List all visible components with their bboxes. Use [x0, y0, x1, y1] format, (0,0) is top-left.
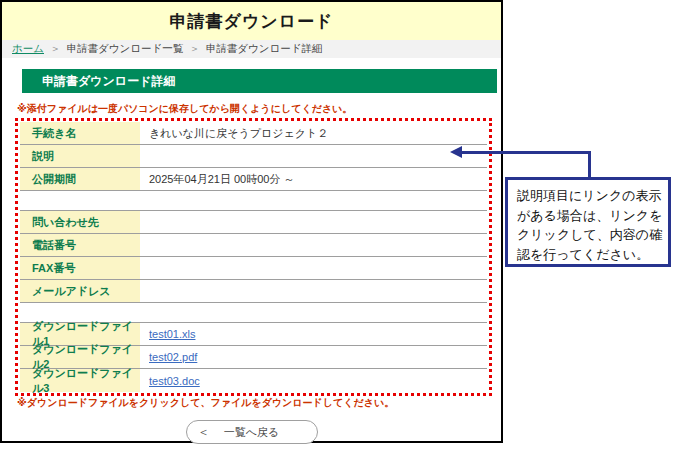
annotation-arrow-elbow: [588, 151, 591, 178]
breadcrumb-separator: ＞: [189, 42, 200, 56]
table-row: 電話番号: [20, 234, 487, 257]
table-row: 問い合わせ先: [20, 211, 487, 234]
back-button-label: 一覧へ戻る: [224, 426, 280, 438]
breadcrumb-item-detail: 申請書ダウンロード詳細: [206, 42, 323, 56]
row-label: メールアドレス: [20, 280, 140, 302]
back-to-list-button[interactable]: ＜ 一覧へ戻る: [186, 420, 318, 444]
row-value: 2025年04月21日 00時00分 ～: [140, 172, 487, 187]
footer-actions: ＜ 一覧へ戻る: [2, 420, 501, 444]
annotation-arrow-line: [461, 151, 591, 154]
breadcrumb-item-list: 申請書ダウンロード一覧: [67, 42, 184, 56]
table-row: FAX番号: [20, 257, 487, 280]
download-file-link[interactable]: test02.pdf: [149, 351, 197, 363]
breadcrumb-home-link[interactable]: ホーム: [12, 42, 44, 56]
table-row: 説明: [20, 145, 487, 168]
table-row: メールアドレス: [20, 280, 487, 303]
table-spacer-row: [20, 191, 487, 211]
download-file-link[interactable]: test01.xls: [149, 328, 195, 340]
row-label: FAX番号: [20, 257, 140, 279]
annotation-callout: 説明項目にリンクの表示 がある場合は、リンクを クリックして、内容の確 認を行っ…: [505, 177, 671, 267]
screenshot-stage: 申請書ダウンロード ホーム ＞ 申請書ダウンロード一覧 ＞ 申請書ダウンロード詳…: [0, 0, 679, 449]
table-row: ダウンロードファイル3test03.doc: [20, 369, 487, 392]
row-label: 公開期間: [20, 168, 140, 190]
page-header-banner: 申請書ダウンロード: [2, 2, 501, 40]
row-label: 問い合わせ先: [20, 211, 140, 233]
row-label: 手続き名: [20, 122, 140, 144]
page-title: 申請書ダウンロード: [170, 10, 334, 33]
row-label: 説明: [20, 145, 140, 167]
row-label: 電話番号: [20, 234, 140, 256]
attachment-note: ※添付ファイルは一度パソコンに保存してから開くようにしてください。: [17, 102, 501, 116]
row-value: test02.pdf: [140, 351, 487, 363]
download-note: ※ダウンロードファイルをクリックして、ファイルをダウンロードしてください。: [17, 396, 501, 410]
row-value: test01.xls: [140, 328, 487, 340]
chevron-left-icon: ＜: [198, 421, 210, 443]
row-value: きれいな川に戻そうプロジェクト２: [140, 126, 487, 141]
table-row: 手続き名きれいな川に戻そうプロジェクト２: [20, 122, 487, 145]
breadcrumb-separator: ＞: [50, 42, 61, 56]
table-row: 公開期間2025年04月21日 00時00分 ～: [20, 168, 487, 191]
row-label: ダウンロードファイル3: [20, 369, 140, 392]
download-file-link[interactable]: test03.doc: [149, 375, 200, 387]
detail-table-highlight-box: 手続き名きれいな川に戻そうプロジェクト２説明公開期間2025年04月21日 00…: [15, 118, 492, 396]
breadcrumb: ホーム ＞ 申請書ダウンロード一覧 ＞ 申請書ダウンロード詳細: [2, 40, 501, 58]
application-download-page: 申請書ダウンロード ホーム ＞ 申請書ダウンロード一覧 ＞ 申請書ダウンロード詳…: [0, 0, 503, 443]
row-value: test03.doc: [140, 375, 487, 387]
detail-table: 手続き名きれいな川に戻そうプロジェクト２説明公開期間2025年04月21日 00…: [20, 122, 487, 392]
section-title-bar: 申請書ダウンロード詳細: [22, 69, 497, 93]
